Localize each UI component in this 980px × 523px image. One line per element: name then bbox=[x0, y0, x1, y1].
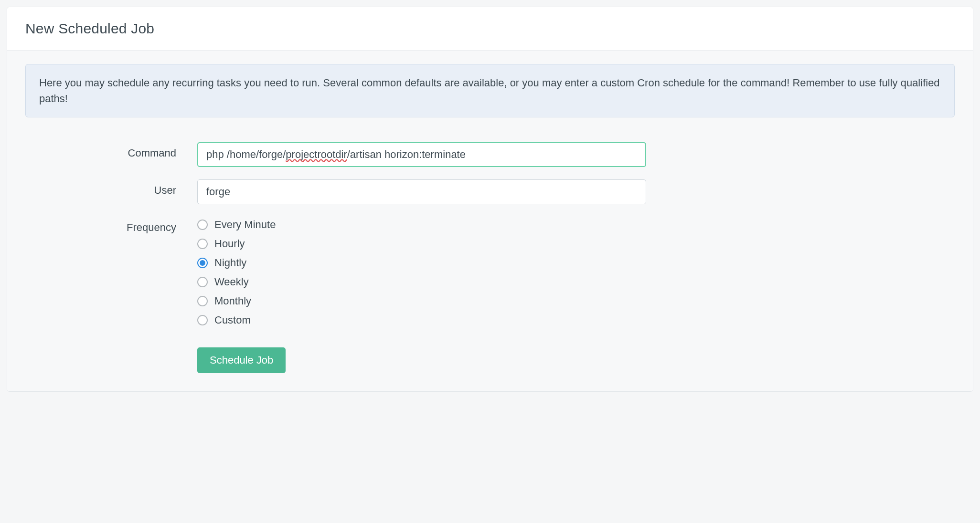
frequency-option-every-minute[interactable]: Every Minute bbox=[197, 219, 646, 231]
command-input[interactable]: php /home/forge/projectrootdir/artisan h… bbox=[197, 142, 646, 167]
panel-body: Here you may schedule any recurring task… bbox=[7, 51, 973, 391]
user-input[interactable] bbox=[197, 179, 646, 204]
radio-label: Hourly bbox=[214, 238, 245, 250]
frequency-options-wrap: Every Minute Hourly Nightly Weekly bbox=[197, 217, 646, 326]
frequency-option-monthly[interactable]: Monthly bbox=[197, 295, 646, 307]
frequency-option-custom[interactable]: Custom bbox=[197, 314, 646, 326]
user-row: User bbox=[25, 179, 955, 204]
info-box: Here you may schedule any recurring task… bbox=[25, 64, 955, 117]
radio-icon bbox=[197, 239, 208, 249]
frequency-option-hourly[interactable]: Hourly bbox=[197, 238, 646, 250]
new-scheduled-job-panel: New Scheduled Job Here you may schedule … bbox=[7, 7, 973, 392]
radio-icon bbox=[197, 258, 208, 268]
submit-row: Schedule Job bbox=[25, 347, 955, 373]
panel-header: New Scheduled Job bbox=[7, 7, 973, 51]
frequency-radio-list: Every Minute Hourly Nightly Weekly bbox=[197, 217, 646, 326]
radio-icon bbox=[197, 296, 208, 306]
frequency-row: Frequency Every Minute Hourly Nightly bbox=[25, 217, 955, 326]
radio-label: Custom bbox=[214, 314, 251, 326]
frequency-option-nightly[interactable]: Nightly bbox=[197, 257, 646, 269]
radio-icon bbox=[197, 315, 208, 325]
frequency-option-weekly[interactable]: Weekly bbox=[197, 276, 646, 288]
command-input-wrap: php /home/forge/projectrootdir/artisan h… bbox=[197, 142, 646, 167]
user-label: User bbox=[25, 179, 197, 197]
radio-icon bbox=[197, 277, 208, 287]
radio-label: Every Minute bbox=[214, 219, 276, 231]
user-input-wrap bbox=[197, 179, 646, 204]
command-row: Command php /home/forge/projectrootdir/a… bbox=[25, 142, 955, 167]
schedule-job-button[interactable]: Schedule Job bbox=[197, 347, 286, 373]
command-label: Command bbox=[25, 142, 197, 159]
panel-title: New Scheduled Job bbox=[25, 21, 955, 37]
radio-label: Nightly bbox=[214, 257, 246, 269]
frequency-label: Frequency bbox=[25, 217, 197, 234]
radio-label: Weekly bbox=[214, 276, 249, 288]
radio-label: Monthly bbox=[214, 295, 251, 307]
radio-icon bbox=[197, 220, 208, 230]
